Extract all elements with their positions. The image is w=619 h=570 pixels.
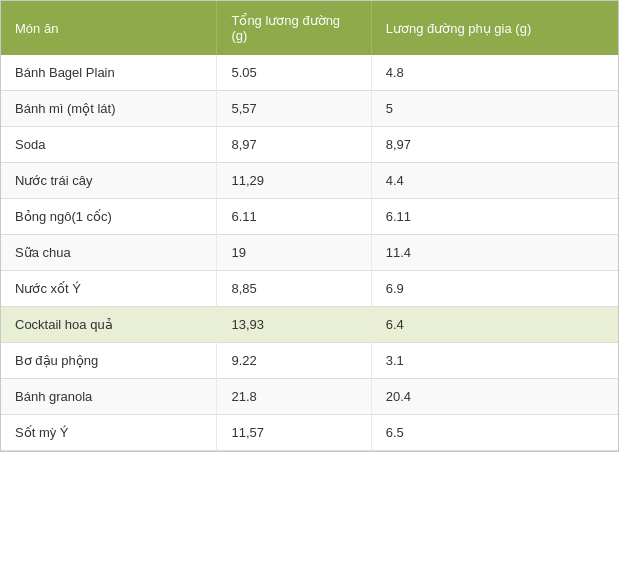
header-tong-luong: Tổng lương đường (g)	[217, 1, 371, 55]
cell-luong-phu: 3.1	[371, 343, 618, 379]
cell-luong-phu: 5	[371, 91, 618, 127]
cell-tong-luong: 11,29	[217, 163, 371, 199]
cell-mon-an: Cocktail hoa quả	[1, 307, 217, 343]
table-body: Bánh Bagel Plain5.054.8Bánh mì (một lát)…	[1, 55, 618, 451]
cell-tong-luong: 9.22	[217, 343, 371, 379]
cell-tong-luong: 11,57	[217, 415, 371, 451]
table-row: Bánh mì (một lát)5,575	[1, 91, 618, 127]
table-row: Nước trái cây11,294.4	[1, 163, 618, 199]
cell-luong-phu: 6.9	[371, 271, 618, 307]
cell-tong-luong: 13,93	[217, 307, 371, 343]
cell-luong-phu: 4.4	[371, 163, 618, 199]
cell-luong-phu: 6.5	[371, 415, 618, 451]
table-row: Bánh Bagel Plain5.054.8	[1, 55, 618, 91]
table-row: Sữa chua1911.4	[1, 235, 618, 271]
main-table-container: Món ăn Tổng lương đường (g) Lương đường …	[0, 0, 619, 452]
cell-mon-an: Bánh Bagel Plain	[1, 55, 217, 91]
cell-mon-an: Nước trái cây	[1, 163, 217, 199]
cell-luong-phu: 8,97	[371, 127, 618, 163]
cell-luong-phu: 6.4	[371, 307, 618, 343]
cell-mon-an: Sốt mỳ Ý	[1, 415, 217, 451]
table-header-row: Món ăn Tổng lương đường (g) Lương đường …	[1, 1, 618, 55]
cell-tong-luong: 19	[217, 235, 371, 271]
cell-mon-an: Nước xốt Ý	[1, 271, 217, 307]
table-row: Bánh granola21.820.4	[1, 379, 618, 415]
table-row: Cocktail hoa quả13,936.4	[1, 307, 618, 343]
cell-mon-an: Bỏng ngô(1 cốc)	[1, 199, 217, 235]
cell-tong-luong: 5.05	[217, 55, 371, 91]
cell-luong-phu: 6.11	[371, 199, 618, 235]
table-row: Nước xốt Ý8,856.9	[1, 271, 618, 307]
table-row: Sốt mỳ Ý11,576.5	[1, 415, 618, 451]
table-row: Bơ đậu phộng9.223.1	[1, 343, 618, 379]
table-row: Soda8,978,97	[1, 127, 618, 163]
header-luong-phu: Lương đường phụ gia (g)	[371, 1, 618, 55]
header-mon-an: Món ăn	[1, 1, 217, 55]
table-row: Bỏng ngô(1 cốc)6.116.11	[1, 199, 618, 235]
nutrition-table: Món ăn Tổng lương đường (g) Lương đường …	[1, 1, 618, 451]
cell-luong-phu: 4.8	[371, 55, 618, 91]
cell-tong-luong: 6.11	[217, 199, 371, 235]
cell-mon-an: Sữa chua	[1, 235, 217, 271]
cell-mon-an: Bánh granola	[1, 379, 217, 415]
cell-mon-an: Bánh mì (một lát)	[1, 91, 217, 127]
cell-tong-luong: 8,85	[217, 271, 371, 307]
cell-tong-luong: 8,97	[217, 127, 371, 163]
cell-luong-phu: 11.4	[371, 235, 618, 271]
cell-tong-luong: 21.8	[217, 379, 371, 415]
cell-tong-luong: 5,57	[217, 91, 371, 127]
cell-luong-phu: 20.4	[371, 379, 618, 415]
cell-mon-an: Bơ đậu phộng	[1, 343, 217, 379]
cell-mon-an: Soda	[1, 127, 217, 163]
